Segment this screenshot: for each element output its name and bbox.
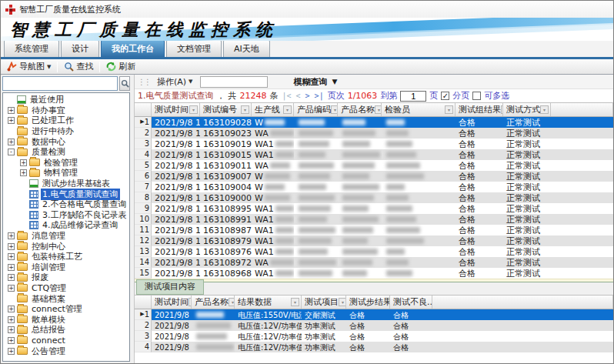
table-row[interactable]: 152021/9/8 16:281631089686427X-1WA1合格正常测… <box>135 268 613 279</box>
column-header[interactable]: 检验员▾ <box>382 103 455 116</box>
column-filter-button[interactable]: ▾ <box>339 298 346 306</box>
fuzzy-query-button[interactable]: 模糊查询 ▼ <box>294 76 338 88</box>
find-button[interactable]: 查找 <box>61 60 96 73</box>
column-header[interactable]: 生产线▾ <box>252 103 294 116</box>
tree-item[interactable]: +物料管理 <box>3 168 129 179</box>
expand-icon[interactable]: + <box>8 348 15 355</box>
column-filter-button[interactable]: ▾ <box>291 298 299 306</box>
table-row[interactable]: 72021/9/8 16:341631090042098X-1W合格正常测试 <box>135 182 613 192</box>
table-row[interactable]: ▶12021/9/8 16:381631090282569X-1W合格正常测试 <box>135 117 613 128</box>
column-header[interactable]: 产品名称▾ <box>192 296 235 309</box>
nav-tab[interactable]: 设计 <box>61 40 99 57</box>
tree-item[interactable]: +待办事宜 <box>3 105 129 116</box>
table-row[interactable]: 112021/9/8 16:311631089875442X-1WA1合格正常测… <box>135 225 613 235</box>
row-header[interactable]: 12 <box>135 235 152 246</box>
detail-table-row[interactable]: ▶12021/9/8 16:38电压值:1550V/电流值:0.028mA交耐测… <box>135 309 613 320</box>
nav-tab[interactable]: 文档管理 <box>166 40 222 57</box>
expand-icon[interactable]: + <box>20 159 27 166</box>
tree-item[interactable]: +CTQ管理 <box>3 283 129 294</box>
expand-icon[interactable]: + <box>8 107 15 114</box>
tree-item[interactable]: +包装特殊工艺 <box>3 252 129 262</box>
tree-item[interactable]: 1.电气质量测试查询 <box>3 189 129 199</box>
row-header[interactable]: 7 <box>135 182 152 192</box>
detail-table-row[interactable]: 32021/9/8 16:38电压值:12V/功率值:1W功率测试合格合格 <box>135 331 613 342</box>
table-row[interactable]: 132021/9/8 16:291631089766587X-1WA1合格正常测… <box>135 246 613 257</box>
row-header[interactable]: ▶1 <box>135 309 152 320</box>
tree-item[interactable]: +已处理工作 <box>3 115 129 126</box>
multiselect-checkbox[interactable] <box>472 92 481 100</box>
paging-checkbox[interactable]: ✓ <box>441 92 449 100</box>
quick-filter-input[interactable] <box>200 76 268 88</box>
tree-item[interactable]: +报废 <box>3 272 129 283</box>
column-header[interactable]: 测试步结果▾ <box>346 296 390 309</box>
table-row[interactable]: 42021/9/8 16:351631090156478X-1WA1合格正常测试 <box>135 149 613 160</box>
collapse-icon[interactable]: - <box>8 149 15 155</box>
row-header[interactable]: 9 <box>135 203 152 214</box>
row-header[interactable]: 6 <box>135 171 152 182</box>
table-row[interactable]: 92021/9/8 16:321631089951874X-1WA1合格正常测试 <box>135 203 613 214</box>
column-filter-button[interactable]: ▾ <box>283 105 292 114</box>
tree-item[interactable]: +检验管理 <box>3 158 129 169</box>
column-filter-button[interactable]: ▾ <box>540 105 549 114</box>
tree-item[interactable]: +数据中心 <box>3 136 129 147</box>
table-row[interactable]: 82021/9/8 16:331631090003442X-1W合格正常测试 <box>135 192 613 203</box>
nav-tab[interactable]: 系统管理 <box>4 40 59 57</box>
column-header[interactable]: 结果数据▾ <box>235 296 302 309</box>
table-row[interactable]: 102021/9/8 16:311631089913350X-1WA1合格正常测… <box>135 214 613 225</box>
expand-icon[interactable]: + <box>8 139 15 145</box>
column-filter-button[interactable]: ▾ <box>375 105 382 114</box>
tree-item[interactable]: +散单模块 <box>3 314 129 325</box>
refresh-button[interactable]: 刷新 <box>103 60 138 73</box>
column-header[interactable]: 测试组结果▾ <box>455 103 503 116</box>
row-header[interactable]: 11 <box>135 225 152 235</box>
tree-item[interactable]: +控制中心 <box>3 241 129 252</box>
column-filter-button[interactable]: ▾ <box>445 105 453 114</box>
grip-handle-icon[interactable]: ⋮⋮ <box>138 78 150 86</box>
expand-icon[interactable]: + <box>8 274 15 281</box>
prev-page-button[interactable]: < <box>295 92 302 100</box>
expand-icon[interactable]: + <box>8 253 15 260</box>
tree-item[interactable]: 最近使用 <box>3 95 129 105</box>
table-row[interactable]: 52021/9/8 16:351631090118354X-1WA合格正常测试 <box>135 160 613 171</box>
expand-icon[interactable]: + <box>8 117 15 124</box>
tree-item[interactable]: +消息管理 <box>3 231 129 242</box>
column-header[interactable]: 测试时间▾ <box>152 103 200 116</box>
table-row[interactable]: 32021/9/8 16:361631090195129X-1WA1合格正常测试 <box>135 139 613 149</box>
tree-item[interactable]: 测试步结果基础表 <box>3 179 129 189</box>
tree-item[interactable]: +总结报告 <box>3 325 129 336</box>
detail-tab[interactable]: 测试项目内容 <box>136 279 204 295</box>
expand-icon[interactable]: + <box>8 264 15 271</box>
row-header[interactable]: 2 <box>135 128 152 139</box>
nav-tab[interactable]: 我的工作台 <box>101 40 165 57</box>
tree-item[interactable]: +connect <box>3 336 129 346</box>
row-header[interactable]: 3 <box>135 139 152 149</box>
row-header[interactable]: 3 <box>135 331 152 342</box>
tree-item[interactable]: 基础档案 <box>3 293 129 304</box>
tree-search-button[interactable] <box>119 76 130 91</box>
column-header[interactable]: 产品编码▾ <box>294 103 338 116</box>
column-header[interactable]: 测试时间▾ <box>152 296 192 309</box>
expand-icon[interactable]: + <box>8 232 15 239</box>
last-page-button[interactable]: >| <box>314 92 325 100</box>
table-row[interactable]: 62021/9/8 16:341631090079984X-1W合格正常测试 <box>135 171 613 182</box>
column-header[interactable]: 测试项目▾ <box>302 296 346 309</box>
tree-item[interactable]: +connect管理 <box>3 304 129 315</box>
table-row[interactable]: 122021/9/8 16:291631089797419X-1WA1合格正常测… <box>135 235 613 246</box>
nav-tab[interactable]: AI天地 <box>223 40 270 57</box>
expand-icon[interactable]: + <box>8 326 15 333</box>
goto-page-input[interactable] <box>400 91 426 102</box>
column-filter-button[interactable]: ▾ <box>229 298 235 306</box>
detail-table-row[interactable]: 42021/9/8 16:38电压值:12V/功率值:3W功率测试合格合格 <box>135 342 613 352</box>
action-menu-button[interactable]: 操作(A) ▼ <box>155 76 195 88</box>
expand-icon[interactable]: + <box>8 285 15 292</box>
row-header[interactable]: 8 <box>135 192 152 203</box>
column-header[interactable]: 产品名称▾ <box>338 103 382 116</box>
row-header[interactable]: 4 <box>135 342 152 352</box>
tree-item[interactable]: +培训管理 <box>3 262 129 273</box>
column-filter-button[interactable]: ▾ <box>331 105 338 114</box>
table-row[interactable]: 142021/9/8 16:281631089723794X-1WA合格正常测试 <box>135 257 613 268</box>
row-header[interactable]: 15 <box>135 268 152 279</box>
row-header[interactable]: 14 <box>135 257 152 268</box>
row-header[interactable]: 4 <box>135 149 152 160</box>
expand-icon[interactable]: + <box>8 243 15 250</box>
